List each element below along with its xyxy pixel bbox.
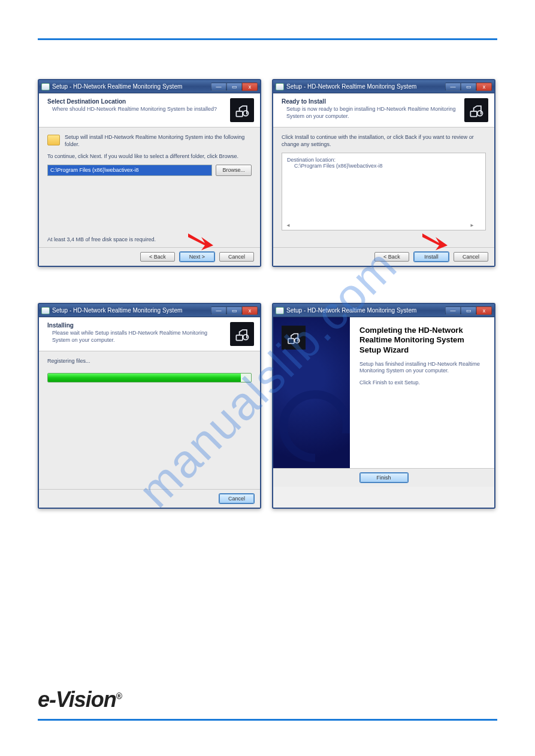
dialog-ready-to-install: Setup - HD-Network Realtime Monitoring S… [272,79,495,267]
completion-banner [273,317,350,468]
dialog-installing: Setup - HD-Network Realtime Monitoring S… [38,303,261,509]
page-top-divider [38,38,497,40]
dialog-footer: < Back Install Cancel [273,247,494,266]
dialog-body: Registering files... [39,351,260,489]
maximize-button[interactable]: ▭ [461,306,476,315]
svg-marker-5 [422,233,448,250]
page-bottom-divider [38,719,497,721]
maximize-button[interactable]: ▭ [461,83,476,91]
svg-rect-3 [470,111,477,117]
back-button[interactable]: < Back [374,252,409,262]
continue-instruction: To continue, click Next. If you would li… [47,153,252,160]
header-title: Ready to Install [282,98,460,105]
window-title: Setup - HD-Network Realtime Monitoring S… [52,83,182,90]
install-status: Registering files... [47,357,252,365]
minimize-button[interactable]: — [211,83,226,91]
setup-icon [276,307,284,314]
folder-icon [47,135,60,145]
titlebar[interactable]: Setup - HD-Network Realtime Monitoring S… [39,80,260,93]
minimize-button[interactable]: — [211,306,226,315]
banner-arrow-graphic [279,390,350,462]
setup-icon [41,83,50,90]
installer-icon [230,98,254,122]
titlebar[interactable]: Setup - HD-Network Realtime Monitoring S… [273,304,494,317]
completion-line-2: Click Finish to exit Setup. [359,379,485,387]
header-subtitle: Setup is now ready to begin installing H… [286,106,460,120]
window-title: Setup - HD-Network Realtime Monitoring S… [286,307,416,314]
dialog-completing: Setup - HD-Network Realtime Monitoring S… [272,303,495,509]
install-folder-text: Setup will install HD-Network Realtime M… [65,133,252,148]
maximize-button[interactable]: ▭ [226,83,242,91]
svg-point-9 [295,338,300,343]
svg-rect-6 [236,335,243,341]
cancel-button[interactable]: Cancel [219,494,254,503]
completion-heading: Completing the HD-Network Realtime Monit… [359,326,485,355]
window-controls: — ▭ x [445,83,492,91]
destination-path-input[interactable]: C:\Program Files (x86)\webactivex-i8 [47,165,212,175]
back-button[interactable]: < Back [140,252,175,262]
header-band: Select Destination Location Where should… [39,93,260,127]
completion-text: Completing the HD-Network Realtime Monit… [350,317,494,468]
annotation-arrow-icon [187,232,213,250]
scroll-left-icon[interactable]: ◄ [286,223,291,228]
window-controls: — ▭ x [211,83,258,91]
header-band: Ready to Install Setup is now ready to b… [273,93,494,127]
svg-point-4 [477,111,483,116]
destination-label: Destination location: [287,157,480,163]
installer-icon [282,326,306,350]
dialog-body: Setup will install HD-Network Realtime M… [39,127,260,247]
titlebar[interactable]: Setup - HD-Network Realtime Monitoring S… [273,80,494,93]
dialog-footer: Cancel [39,489,260,508]
close-button[interactable]: x [242,306,258,315]
header-title: Select Destination Location [47,98,225,105]
install-instruction: Click Install to continue with the insta… [282,133,486,148]
window-controls: — ▭ x [211,306,258,315]
minimize-button[interactable]: — [445,83,461,91]
next-button[interactable]: Next > [180,252,214,262]
header-band: Installing Please wait while Setup insta… [39,317,260,351]
dialog-footer: < Back Next > Cancel [39,247,260,266]
cancel-button[interactable]: Cancel [219,252,254,262]
svg-rect-0 [236,111,243,117]
finish-button[interactable]: Finish [360,473,408,482]
titlebar[interactable]: Setup - HD-Network Realtime Monitoring S… [39,304,260,317]
scroll-right-icon[interactable]: ► [470,223,474,228]
setup-icon [41,307,50,314]
completion-line-1: Setup has finished installing HD-Network… [359,361,485,375]
progress-fill [48,374,241,382]
minimize-button[interactable]: — [445,306,461,315]
svg-point-7 [243,335,249,340]
cancel-button[interactable]: Cancel [454,252,488,262]
destination-value: C:\Program Files (x86)\webactivex-i8 [294,163,480,169]
installer-icon [464,98,488,122]
brand-logo: e-Vision® [38,687,122,712]
close-button[interactable]: x [242,83,258,91]
destination-summary-panel[interactable]: Destination location: C:\Program Files (… [282,153,486,230]
svg-marker-2 [188,233,213,250]
window-title: Setup - HD-Network Realtime Monitoring S… [52,307,182,314]
install-progress-bar [47,373,252,382]
brand-text: e-Vision [38,687,116,712]
browse-button[interactable]: Browse... [216,165,252,175]
setup-icon [276,83,284,90]
dialogs-grid: Setup - HD-Network Realtime Monitoring S… [38,79,495,509]
disk-space-note: At least 3,4 MB of free disk space is re… [47,236,156,242]
header-subtitle: Please wait while Setup installs HD-Netw… [52,330,225,344]
annotation-arrow-icon [421,232,448,250]
window-title: Setup - HD-Network Realtime Monitoring S… [286,83,416,90]
dialog-footer: Finish [273,468,494,487]
registered-mark: ® [116,691,122,701]
header-subtitle: Where should HD-Network Realtime Monitor… [52,106,225,113]
header-title: Installing [47,322,225,329]
svg-point-1 [243,111,249,116]
close-button[interactable]: x [476,83,492,91]
dialog-body: Click Install to continue with the insta… [273,127,494,247]
completion-body: Completing the HD-Network Realtime Monit… [273,317,494,468]
install-button[interactable]: Install [414,252,449,262]
maximize-button[interactable]: ▭ [226,306,242,315]
dialog-select-destination: Setup - HD-Network Realtime Monitoring S… [38,79,261,267]
svg-rect-8 [288,339,294,344]
close-button[interactable]: x [476,306,492,315]
installer-icon [230,322,254,346]
window-controls: — ▭ x [445,306,492,315]
